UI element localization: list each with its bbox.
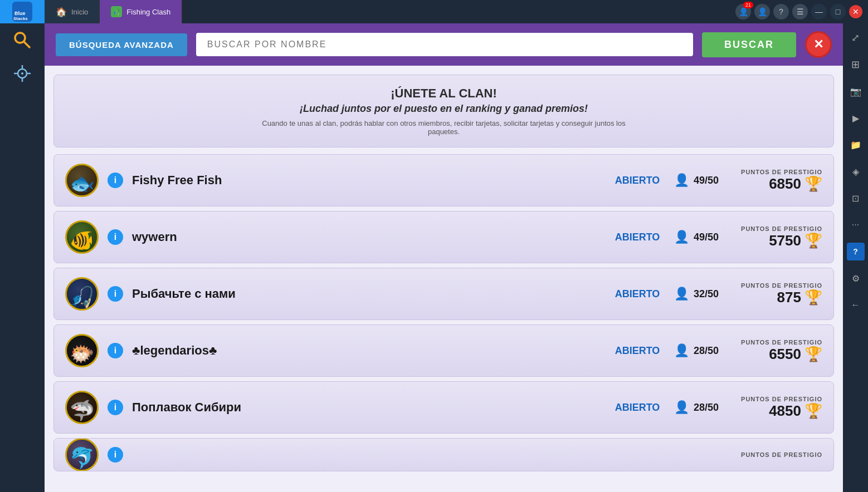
search-button[interactable]: BUSCAR <box>702 32 796 57</box>
clan-info-2[interactable]: i <box>108 286 123 302</box>
play-icon[interactable]: ▶ <box>847 109 865 127</box>
member-icon-3: 👤 <box>674 343 689 358</box>
clan-row-3[interactable]: 🐡 i ♣legendarios♣ ABIERTO 👤 28/50 PUNTOS… <box>53 324 834 377</box>
more-icon[interactable]: ··· <box>847 216 865 234</box>
account-button[interactable]: 👤 <box>754 4 770 19</box>
notification-area[interactable]: 👤 21 <box>735 4 751 19</box>
clan-prestige-4: PUNTOS DE PRESTIGIO 4850 🏆 <box>733 396 822 420</box>
clan-info-3[interactable]: i <box>108 343 123 358</box>
clan-row-5[interactable]: 🐬 i PUNTOS DE PRESTIGIO <box>53 438 834 471</box>
svg-point-10 <box>21 72 23 75</box>
main-layout: BÚSQUEDA AVANZADA BUSCAR ✕ ¡ÚNETE AL CLA… <box>0 23 868 492</box>
svg-text:Stacks: Stacks <box>13 16 28 21</box>
crosshair-icon[interactable] <box>11 62 33 85</box>
svg-line-4 <box>24 42 30 48</box>
close-button[interactable]: ✕ <box>849 5 862 18</box>
clan-row-1[interactable]: 🐠 i wywern ABIERTO 👤 49/50 PUNTOS DE PRE… <box>53 211 834 263</box>
notification-badge: 21 <box>743 2 753 8</box>
trophy-icon-4: 🏆 <box>804 402 822 420</box>
settings-icon[interactable]: ⚙ <box>847 269 865 287</box>
search-bar: BÚSQUEDA AVANZADA BUSCAR ✕ <box>45 23 843 66</box>
prestige-value-0: 6850 🏆 <box>733 175 822 193</box>
prestige-value-4: 4850 🏆 <box>733 402 822 420</box>
clan-status-3[interactable]: ABIERTO <box>609 345 665 357</box>
left-sidebar <box>0 23 45 492</box>
clan-status-2[interactable]: ABIERTO <box>609 288 665 300</box>
clan-prestige-5: PUNTOS DE PRESTIGIO <box>733 451 822 458</box>
prestige-value-3: 6550 🏆 <box>733 346 822 363</box>
game-tab-icon: 🎣 <box>111 6 122 17</box>
advanced-search-button[interactable]: BÚSQUEDA AVANZADA <box>56 33 187 56</box>
clan-info-5[interactable]: i <box>108 447 123 463</box>
clan-avatar-0: 🐟 <box>65 164 99 197</box>
member-icon-0: 👤 <box>674 173 689 188</box>
clan-members-2: 👤 32/50 <box>674 287 724 301</box>
prestige-number-3: 6550 <box>769 346 801 363</box>
clan-header-description: Cuando te unas al clan, podrás hablar co… <box>249 119 639 136</box>
prestige-number-0: 6850 <box>769 175 801 193</box>
search-icon[interactable] <box>11 29 33 51</box>
clan-info-4[interactable]: i <box>108 400 123 415</box>
clan-header-banner: ¡ÚNETE AL CLAN! ¡Luchad juntos por el pu… <box>53 75 834 147</box>
clan-members-0: 👤 49/50 <box>674 173 724 188</box>
clan-row-0[interactable]: 🐟 i Fishy Free Fish ABIERTO 👤 49/50 PUNT… <box>53 154 834 206</box>
clan-avatar-5: 🐬 <box>65 438 99 471</box>
right-sidebar: ⤢ ⊞ 📷 ▶ 📁 ◈ ⊡ ··· ? ⚙ ← <box>843 23 868 492</box>
prestige-number-1: 5750 <box>769 232 801 249</box>
game-area: BÚSQUEDA AVANZADA BUSCAR ✕ ¡ÚNETE AL CLA… <box>45 23 843 492</box>
bluestacks-logo: Blue Stacks <box>0 0 45 23</box>
member-num-3: 28/50 <box>694 345 719 357</box>
camera-icon[interactable]: 📷 <box>847 82 865 100</box>
inicio-tab-label: Inicio <box>71 8 88 16</box>
inicio-tab-icon: 🏠 <box>56 7 67 17</box>
clan-avatar-3: 🐡 <box>65 334 99 367</box>
location-icon[interactable]: ◈ <box>847 163 865 180</box>
clan-header-title: ¡ÚNETE AL CLAN! <box>71 86 817 101</box>
clan-members-1: 👤 49/50 <box>674 230 724 244</box>
close-search-button[interactable]: ✕ <box>805 31 832 58</box>
member-num-2: 32/50 <box>694 288 719 300</box>
expand-icon[interactable]: ⤢ <box>847 29 865 47</box>
window-controls: 👤 21 👤 ? ☰ — □ ✕ <box>735 4 868 19</box>
clan-prestige-3: PUNTOS DE PRESTIGIO 6550 🏆 <box>733 339 822 363</box>
titlebar: Blue Stacks 🏠 Inicio 🎣 Fishing Clash 👤 2… <box>0 0 868 23</box>
clan-status-1[interactable]: ABIERTO <box>609 232 665 243</box>
prestige-label-2: PUNTOS DE PRESTIGIO <box>733 282 822 289</box>
clan-row-4[interactable]: 🦈 i Поплавок Сибири ABIERTO 👤 28/50 PUNT… <box>53 381 834 434</box>
tab-game[interactable]: 🎣 Fishing Clash <box>100 0 182 23</box>
search-input[interactable] <box>196 33 693 56</box>
help-icon[interactable]: ? <box>847 243 865 260</box>
clan-row-2[interactable]: 🎣 i Рыбачьте с нами ABIERTO 👤 32/50 PUNT… <box>53 268 834 320</box>
clan-avatar-4: 🦈 <box>65 391 99 424</box>
minimize-button[interactable]: — <box>811 4 827 19</box>
member-num-0: 49/50 <box>694 175 719 186</box>
clan-status-4[interactable]: ABIERTO <box>609 402 665 414</box>
prestige-number-2: 875 <box>777 289 801 306</box>
menu-button[interactable]: ☰ <box>792 4 808 19</box>
member-icon-2: 👤 <box>674 287 689 301</box>
logo-icon: Blue Stacks <box>12 2 32 22</box>
member-num-1: 49/50 <box>694 232 719 243</box>
folder-icon[interactable]: 📁 <box>847 136 865 154</box>
prestige-label-0: PUNTOS DE PRESTIGIO <box>733 169 822 175</box>
clan-avatar-2: 🎣 <box>65 277 99 311</box>
clan-name-1: wywern <box>132 230 601 244</box>
member-num-4: 28/50 <box>694 402 719 414</box>
maximize-button[interactable]: □ <box>830 4 846 19</box>
clan-name-0: Fishy Free Fish <box>132 173 601 188</box>
help-button[interactable]: ? <box>773 4 789 19</box>
clan-status-0[interactable]: ABIERTO <box>609 175 665 186</box>
game-tab-label: Fishing Clash <box>126 8 170 16</box>
prestige-label-5: PUNTOS DE PRESTIGIO <box>733 451 822 458</box>
back-icon[interactable]: ← <box>847 296 865 314</box>
clan-info-1[interactable]: i <box>108 229 123 245</box>
clan-name-3: ♣legendarios♣ <box>132 343 601 358</box>
grid-icon[interactable]: ⊞ <box>847 56 865 73</box>
layout-icon[interactable]: ⊡ <box>847 189 865 207</box>
clan-info-0[interactable]: i <box>108 173 123 188</box>
clan-prestige-2: PUNTOS DE PRESTIGIO 875 🏆 <box>733 282 822 306</box>
tab-inicio[interactable]: 🏠 Inicio <box>45 0 100 23</box>
trophy-icon-3: 🏆 <box>804 346 822 363</box>
prestige-label-3: PUNTOS DE PRESTIGIO <box>733 339 822 346</box>
clan-header-subtitle: ¡Luchad juntos por el puesto en el ranki… <box>71 103 817 115</box>
